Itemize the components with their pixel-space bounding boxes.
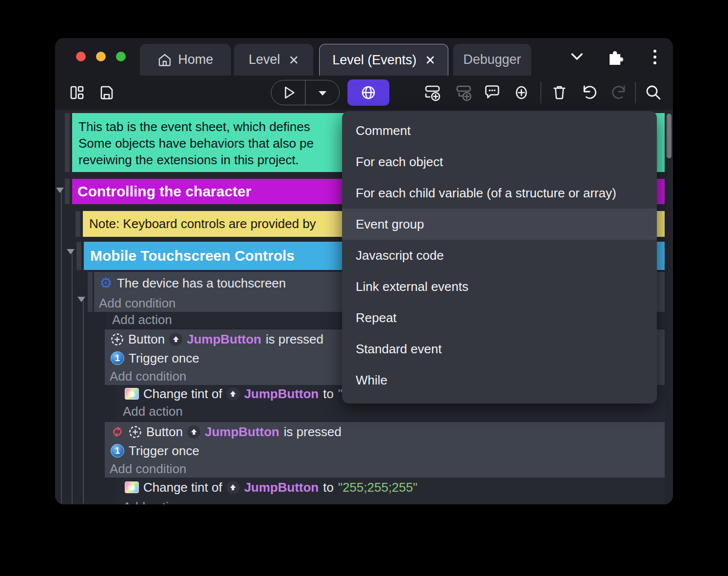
tint-color-icon <box>125 388 139 400</box>
tab-label: Level <box>249 52 280 67</box>
condition-text: Trigger once <box>129 351 199 366</box>
preview-button-group <box>271 80 340 105</box>
action-text: Change tint of <box>143 480 222 495</box>
tab-label: Home <box>178 52 213 67</box>
tab-level-events[interactable]: Level (Events) <box>319 44 448 76</box>
menu-item-for-each-object[interactable]: For each object <box>342 146 657 177</box>
add-event-context-menu: Comment For each object For each child v… <box>342 111 657 403</box>
circle-plus-icon[interactable] <box>508 76 535 110</box>
menu-item-comment[interactable]: Comment <box>342 115 657 146</box>
menu-item-link-external-events[interactable]: Link external events <box>342 271 657 302</box>
trigger-once-icon: 1 <box>111 444 124 458</box>
actions-jumpbutton-not-pressed[interactable]: Change tint of JumpButton to "255;255;25… <box>116 478 665 504</box>
divider <box>540 82 541 103</box>
undo-icon[interactable] <box>575 76 603 110</box>
menu-item-for-each-child-variable[interactable]: For each child variable (of a structure … <box>342 177 657 209</box>
divider <box>635 82 636 103</box>
tree-guide-line <box>72 252 73 503</box>
object-name: JumpButton <box>244 386 319 402</box>
tab-home[interactable]: Home <box>140 44 231 76</box>
condition-text: Trigger once <box>129 443 199 459</box>
close-icon[interactable] <box>289 55 299 65</box>
add-action-button[interactable]: Add action <box>116 403 665 420</box>
collapse-arrow-icon[interactable] <box>77 297 85 302</box>
object-name: JumpButton <box>187 332 261 347</box>
drag-handle[interactable] <box>65 179 70 204</box>
drag-handle[interactable] <box>76 211 80 237</box>
extensions-puzzle-icon[interactable] <box>607 48 624 65</box>
add-action-button[interactable]: Add action <box>116 497 665 504</box>
collapse-arrow-icon[interactable] <box>67 249 75 254</box>
zoom-window-button[interactable] <box>116 52 126 61</box>
toggle-panels-icon[interactable] <box>64 76 91 110</box>
button-object-icon <box>129 425 142 439</box>
delete-trash-icon[interactable] <box>546 76 573 110</box>
jumpbutton-thumbnail-icon <box>187 425 200 439</box>
tree-guide-line <box>61 192 62 503</box>
condition-predicate: is pressed <box>266 332 324 347</box>
jumpbutton-thumbnail-icon <box>169 333 182 346</box>
jumpbutton-thumbnail-icon <box>227 481 240 494</box>
condition-predicate: is pressed <box>284 424 342 440</box>
add-event-icon[interactable] <box>419 76 446 110</box>
vertical-scrollbar-thumb[interactable] <box>667 114 671 158</box>
tab-debugger[interactable]: Debugger <box>453 44 531 76</box>
group-title: Mobile Touchscreen Controls <box>90 248 295 264</box>
jumpbutton-thumbnail-icon <box>227 387 240 401</box>
tab-label: Debugger <box>463 52 521 67</box>
tab-level[interactable]: Level <box>234 44 313 76</box>
menu-item-standard-event[interactable]: Standard event <box>342 333 657 365</box>
tree-guide-line <box>83 300 84 503</box>
menu-item-repeat[interactable]: Repeat <box>342 302 657 333</box>
toolbar <box>55 76 673 110</box>
note-text: Note: Keyboard controls are provided by <box>89 216 316 231</box>
drag-handle[interactable] <box>88 272 93 312</box>
add-condition-button[interactable]: Add condition <box>105 460 665 478</box>
menu-item-while[interactable]: While <box>342 365 657 396</box>
add-subevent-icon[interactable] <box>450 76 478 110</box>
chevron-down-icon[interactable] <box>568 50 586 63</box>
condition-obj-type: Button <box>146 424 183 440</box>
globe-icon <box>358 82 379 103</box>
app-window: Home Level Level (Events) Debugger <box>55 38 673 504</box>
preview-options-caret-icon[interactable] <box>306 80 339 105</box>
title-bar: Home Level Level (Events) Debugger <box>55 38 673 76</box>
object-name: JumpButton <box>244 480 319 495</box>
tab-label: Level (Events) <box>332 53 417 68</box>
action-text: to <box>323 386 334 402</box>
drag-handle[interactable] <box>77 242 81 270</box>
close-window-button[interactable] <box>76 52 86 61</box>
close-icon[interactable] <box>425 55 435 65</box>
add-comment-icon[interactable] <box>479 76 506 110</box>
more-options-kebab-icon[interactable] <box>649 48 661 66</box>
action-value: "255;255;255" <box>338 480 418 495</box>
drag-handle[interactable] <box>65 113 70 172</box>
redo-icon[interactable] <box>606 76 633 110</box>
inverted-condition-icon <box>111 425 124 439</box>
event-jumpbutton-not-pressed[interactable]: Button JumpButton is pressed 1 Trigger o… <box>105 422 665 478</box>
home-icon <box>157 53 172 67</box>
tint-color-icon <box>125 481 139 493</box>
action-text: Change tint of <box>143 386 222 402</box>
group-title: Controlling the character <box>77 183 251 200</box>
play-preview-button[interactable] <box>271 80 305 105</box>
search-icon[interactable] <box>640 76 667 110</box>
menu-item-javascript-code[interactable]: Javascript code <box>342 240 657 271</box>
button-object-icon <box>111 333 124 346</box>
minimize-window-button[interactable] <box>96 52 106 61</box>
add-event-globe-button[interactable] <box>347 79 389 106</box>
action-text: to <box>323 480 334 495</box>
gear-icon: ⚙ <box>99 276 113 290</box>
trigger-once-icon: 1 <box>111 351 124 365</box>
menu-item-event-group[interactable]: Event group <box>342 209 657 240</box>
save-icon[interactable] <box>93 76 120 110</box>
collapse-arrow-icon[interactable] <box>56 188 64 193</box>
condition-obj-type: Button <box>128 332 165 347</box>
object-name: JumpButton <box>205 424 279 440</box>
condition-text: The device has a touchscreen <box>117 276 286 291</box>
